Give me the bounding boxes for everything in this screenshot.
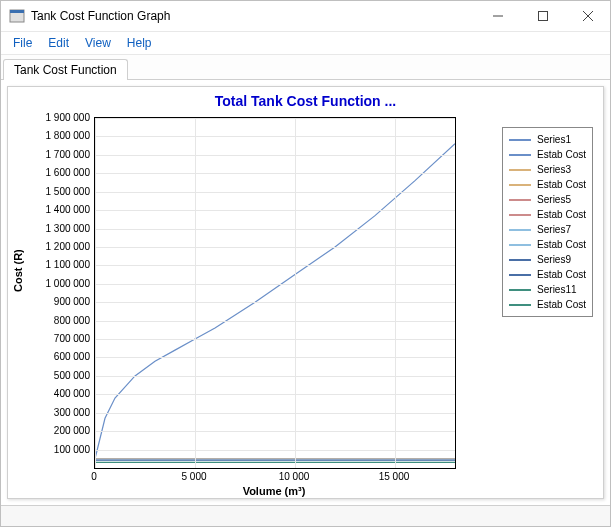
svg-rect-1 <box>10 10 24 13</box>
legend-label: Series11 <box>537 284 576 295</box>
chart-panel: Total Tank Cost Function ... Cost (R) Vo… <box>7 86 604 499</box>
y-tick-label: 1 600 000 <box>34 167 90 178</box>
grid-line-y <box>95 339 455 340</box>
legend-swatch <box>509 214 531 216</box>
close-button[interactable] <box>565 1 610 31</box>
legend-item: Series1 <box>509 132 586 147</box>
tab-tank-cost-function[interactable]: Tank Cost Function <box>3 59 128 80</box>
grid-line-y <box>95 376 455 377</box>
y-tick-label: 500 000 <box>34 369 90 380</box>
maximize-button[interactable] <box>520 1 565 31</box>
x-tick-label: 10 000 <box>279 471 310 482</box>
chart-svg <box>95 118 455 468</box>
y-tick-label: 1 100 000 <box>34 259 90 270</box>
grid-line-x <box>95 118 96 468</box>
statusbar <box>1 505 610 526</box>
y-tick-label: 1 300 000 <box>34 222 90 233</box>
app-icon <box>9 8 25 24</box>
legend-label: Series7 <box>537 224 571 235</box>
legend-label: Estab Cost <box>537 179 586 190</box>
grid-line-y <box>95 210 455 211</box>
legend-label: Estab Cost <box>537 269 586 280</box>
grid-line-y <box>95 357 455 358</box>
grid-line-y <box>95 284 455 285</box>
menu-edit[interactable]: Edit <box>40 34 77 52</box>
legend-swatch <box>509 304 531 306</box>
grid-line-y <box>95 247 455 248</box>
grid-line-y <box>95 431 455 432</box>
plot-area <box>94 117 456 469</box>
chart-title: Total Tank Cost Function ... <box>8 93 603 109</box>
legend-swatch <box>509 184 531 186</box>
legend-swatch <box>509 244 531 246</box>
grid-line-y <box>95 136 455 137</box>
grid-line-x <box>195 118 196 468</box>
y-tick-label: 700 000 <box>34 333 90 344</box>
legend-item: Estab Cost <box>509 177 586 192</box>
grid-line-x <box>395 118 396 468</box>
legend-item: Estab Cost <box>509 147 586 162</box>
content-area: Total Tank Cost Function ... Cost (R) Vo… <box>1 80 610 505</box>
legend-item: Series9 <box>509 252 586 267</box>
legend-label: Estab Cost <box>537 149 586 160</box>
legend-label: Series9 <box>537 254 571 265</box>
legend-swatch <box>509 274 531 276</box>
legend-label: Series5 <box>537 194 571 205</box>
x-tick-label: 15 000 <box>379 471 410 482</box>
y-tick-label: 800 000 <box>34 314 90 325</box>
y-tick-label: 1 700 000 <box>34 148 90 159</box>
app-window: Tank Cost Function Graph File Edit View … <box>0 0 611 527</box>
y-tick-label: 1 800 000 <box>34 130 90 141</box>
grid-line-y <box>95 321 455 322</box>
y-tick-label: 300 000 <box>34 406 90 417</box>
legend-swatch <box>509 199 531 201</box>
legend-item: Series3 <box>509 162 586 177</box>
tabstrip: Tank Cost Function <box>1 55 610 80</box>
grid-line-y <box>95 229 455 230</box>
legend-label: Estab Cost <box>537 209 586 220</box>
legend-item: Estab Cost <box>509 267 586 282</box>
legend-item: Estab Cost <box>509 297 586 312</box>
legend-item: Series11 <box>509 282 586 297</box>
chart-legend: Series1Estab CostSeries3Estab CostSeries… <box>502 127 593 317</box>
grid-line-y <box>95 173 455 174</box>
legend-label: Estab Cost <box>537 239 586 250</box>
legend-swatch <box>509 139 531 141</box>
legend-item: Estab Cost <box>509 207 586 222</box>
legend-item: Estab Cost <box>509 237 586 252</box>
x-axis-label: Volume (m³) <box>94 485 454 497</box>
legend-item: Series5 <box>509 192 586 207</box>
window-title: Tank Cost Function Graph <box>31 9 170 23</box>
y-axis-label: Cost (R) <box>12 249 24 292</box>
titlebar: Tank Cost Function Graph <box>1 1 610 32</box>
legend-swatch <box>509 229 531 231</box>
legend-label: Series3 <box>537 164 571 175</box>
legend-swatch <box>509 259 531 261</box>
grid-line-y <box>95 413 455 414</box>
grid-line-y <box>95 450 455 451</box>
minimize-button[interactable] <box>475 1 520 31</box>
grid-line-y <box>95 192 455 193</box>
x-tick-label: 0 <box>91 471 97 482</box>
y-tick-label: 1 000 000 <box>34 277 90 288</box>
legend-swatch <box>509 289 531 291</box>
y-tick-label: 200 000 <box>34 425 90 436</box>
svg-rect-3 <box>538 12 547 21</box>
grid-line-y <box>95 265 455 266</box>
menubar: File Edit View Help <box>1 32 610 55</box>
menu-view[interactable]: View <box>77 34 119 52</box>
legend-swatch <box>509 154 531 156</box>
legend-item: Series7 <box>509 222 586 237</box>
y-tick-label: 1 400 000 <box>34 204 90 215</box>
grid-line-y <box>95 155 455 156</box>
grid-line-y <box>95 394 455 395</box>
menu-help[interactable]: Help <box>119 34 160 52</box>
y-tick-label: 1 200 000 <box>34 240 90 251</box>
y-tick-label: 400 000 <box>34 388 90 399</box>
x-tick-label: 5 000 <box>181 471 206 482</box>
menu-file[interactable]: File <box>5 34 40 52</box>
legend-label: Series1 <box>537 134 571 145</box>
y-tick-label: 100 000 <box>34 443 90 454</box>
y-tick-label: 1 500 000 <box>34 185 90 196</box>
grid-line-y <box>95 118 455 119</box>
